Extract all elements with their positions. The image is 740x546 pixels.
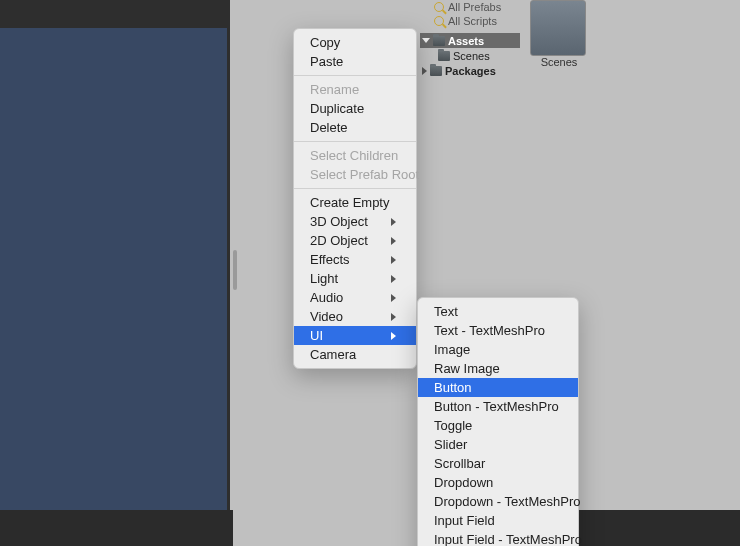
menu-ui[interactable]: UI [294,326,416,345]
submenu-input-field-tmp[interactable]: Input Field - TextMeshPro [418,530,578,546]
panel-resize-handle[interactable] [233,250,237,290]
tree-item-assets[interactable]: Assets [420,33,520,48]
thumb-label: Scenes [530,56,588,68]
tree-item-packages[interactable]: Packages [420,63,520,78]
submenu-button[interactable]: Button [418,378,578,397]
submenu-slider[interactable]: Slider [418,435,578,454]
submenu-text[interactable]: Text [418,302,578,321]
submenu-scrollbar[interactable]: Scrollbar [418,454,578,473]
menu-duplicate[interactable]: Duplicate [294,99,416,118]
submenu-button-tmp[interactable]: Button - TextMeshPro [418,397,578,416]
tree-item-scenes[interactable]: Scenes [420,48,520,63]
menu-separator [294,141,416,142]
search-icon [434,16,444,26]
submenu-arrow-icon [391,313,396,321]
asset-thumbnail-scenes[interactable]: Scenes [530,0,588,68]
menu-camera[interactable]: Camera [294,345,416,364]
menu-rename: Rename [294,80,416,99]
menu-copy[interactable]: Copy [294,33,416,52]
folder-icon [430,66,442,76]
menu-separator [294,188,416,189]
menu-light[interactable]: Light [294,269,416,288]
menu-effects[interactable]: Effects [294,250,416,269]
hierarchy-context-menu: Copy Paste Rename Duplicate Delete Selec… [293,28,417,369]
foldout-icon[interactable] [422,38,430,43]
filter-all-prefabs[interactable]: All Prefabs [434,0,501,14]
tree-label: Assets [448,35,484,47]
foldout-icon[interactable] [422,67,427,75]
submenu-raw-image[interactable]: Raw Image [418,359,578,378]
menu-audio[interactable]: Audio [294,288,416,307]
project-filters: All Prefabs All Scripts [434,0,501,28]
scene-view-area [0,0,230,510]
menu-paste[interactable]: Paste [294,52,416,71]
submenu-arrow-icon [391,294,396,302]
submenu-arrow-icon [391,237,396,245]
submenu-arrow-icon [391,218,396,226]
menu-2d-object[interactable]: 2D Object [294,231,416,250]
project-tree: Assets Scenes Packages [420,33,520,78]
submenu-arrow-icon [391,275,396,283]
menu-video[interactable]: Video [294,307,416,326]
filter-label: All Scripts [448,15,497,27]
tree-label: Scenes [453,50,490,62]
menu-create-empty[interactable]: Create Empty [294,193,416,212]
filter-all-scripts[interactable]: All Scripts [434,14,501,28]
submenu-input-field[interactable]: Input Field [418,511,578,530]
menu-select-children: Select Children [294,146,416,165]
ui-submenu: Text Text - TextMeshPro Image Raw Image … [417,297,579,546]
submenu-arrow-icon [391,332,396,340]
submenu-toggle[interactable]: Toggle [418,416,578,435]
submenu-dropdown-tmp[interactable]: Dropdown - TextMeshPro [418,492,578,511]
folder-icon [433,36,445,46]
submenu-arrow-icon [391,256,396,264]
folder-icon [530,0,586,56]
filter-label: All Prefabs [448,1,501,13]
menu-delete[interactable]: Delete [294,118,416,137]
tree-label: Packages [445,65,496,77]
submenu-image[interactable]: Image [418,340,578,359]
menu-3d-object[interactable]: 3D Object [294,212,416,231]
folder-icon [438,51,450,61]
menu-separator [294,75,416,76]
search-icon [434,2,444,12]
submenu-text-tmp[interactable]: Text - TextMeshPro [418,321,578,340]
menu-select-prefab-root: Select Prefab Root [294,165,416,184]
submenu-dropdown[interactable]: Dropdown [418,473,578,492]
